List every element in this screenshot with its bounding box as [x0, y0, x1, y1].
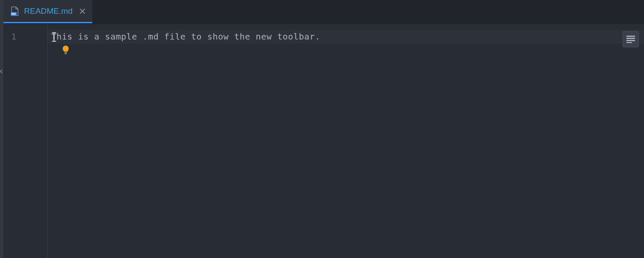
line-gutter: 1 — [3, 24, 47, 258]
markdown-file-icon: MD — [9, 6, 20, 16]
svg-rect-7 — [626, 42, 632, 43]
line-number[interactable]: 1 — [3, 30, 47, 44]
code-area[interactable]: This is a sample .md file to show the ne… — [47, 24, 644, 258]
close-tab-button[interactable] — [79, 7, 86, 15]
tab-bar: MD README.md — [0, 0, 644, 24]
code-text: This is a sample .md file to show the ne… — [49, 30, 320, 44]
code-line[interactable]: This is a sample .md file to show the ne… — [48, 30, 644, 44]
chevron-left-icon — [0, 69, 3, 75]
menu-icon — [626, 35, 635, 43]
editor-area: 1 This is a sample .md file to show the … — [0, 24, 644, 258]
toolbar-menu-button[interactable] — [623, 31, 639, 47]
sidebar-edge — [0, 0, 3, 24]
svg-text:MD: MD — [12, 12, 16, 15]
svg-rect-3 — [65, 53, 67, 54]
svg-rect-2 — [64, 52, 67, 53]
sidebar-edge-lower — [0, 24, 3, 258]
svg-rect-4 — [626, 36, 635, 37]
svg-rect-6 — [626, 40, 635, 41]
lightbulb-icon[interactable] — [61, 45, 70, 55]
tab-filename: README.md — [24, 6, 73, 16]
editor-tab[interactable]: MD README.md — [3, 0, 92, 23]
svg-rect-5 — [626, 38, 635, 39]
